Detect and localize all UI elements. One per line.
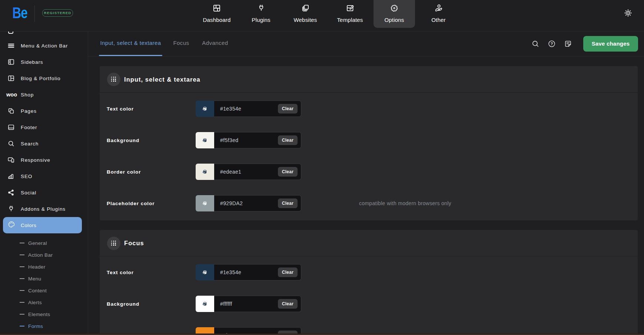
svg-text:?: ? xyxy=(550,42,552,46)
